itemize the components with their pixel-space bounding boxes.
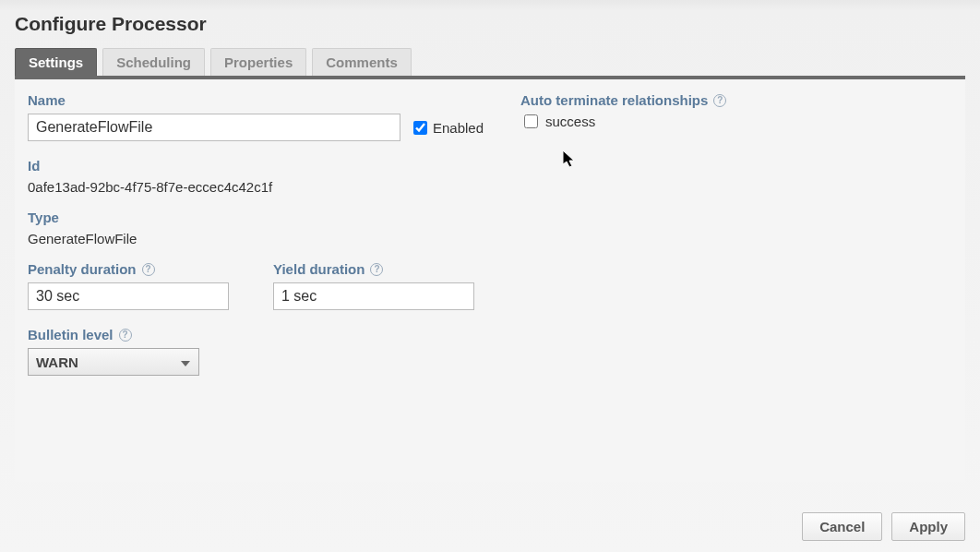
bulletin-level-label: Bulletin level ?	[28, 327, 484, 342]
help-icon[interactable]: ?	[142, 263, 155, 276]
tab-scheduling[interactable]: Scheduling	[102, 48, 205, 76]
penalty-duration-input[interactable]	[28, 282, 229, 310]
penalty-duration-label: Penalty duration ?	[28, 261, 229, 277]
id-label: Id	[28, 158, 484, 174]
enabled-wrap[interactable]: Enabled	[413, 120, 484, 136]
bulletin-level-select[interactable]: WARN	[28, 348, 199, 376]
apply-button[interactable]: Apply	[891, 512, 965, 541]
cancel-button[interactable]: Cancel	[802, 512, 882, 541]
yield-duration-label: Yield duration ?	[273, 261, 474, 277]
dialog-footer: Cancel Apply	[802, 512, 965, 541]
dialog-title: Configure Processor	[15, 13, 965, 35]
tab-properties[interactable]: Properties	[210, 48, 306, 76]
yield-duration-input[interactable]	[273, 282, 474, 310]
enabled-checkbox[interactable]	[413, 121, 427, 135]
name-input[interactable]	[28, 114, 400, 141]
relationship-row[interactable]: success	[524, 114, 952, 129]
relationship-checkbox-success[interactable]	[524, 114, 538, 128]
settings-panel: Name Enabled Id 0afe13ad-92bc-4f75-8f7e-…	[15, 76, 965, 482]
help-icon[interactable]: ?	[713, 94, 726, 107]
tab-settings[interactable]: Settings	[15, 48, 97, 76]
enabled-label: Enabled	[433, 120, 484, 136]
type-value: GenerateFlowFile	[28, 231, 484, 246]
id-value: 0afe13ad-92bc-4f75-8f7e-eccec4c42c1f	[28, 179, 484, 195]
type-label: Type	[28, 210, 484, 225]
help-icon[interactable]: ?	[370, 263, 383, 276]
tab-comments[interactable]: Comments	[312, 48, 412, 76]
relationship-name: success	[545, 114, 595, 129]
auto-terminate-label: Auto terminate relationships ?	[520, 92, 952, 108]
tab-bar: Settings Scheduling Properties Comments	[15, 48, 965, 76]
name-label: Name	[28, 92, 484, 108]
help-icon[interactable]: ?	[119, 329, 132, 342]
